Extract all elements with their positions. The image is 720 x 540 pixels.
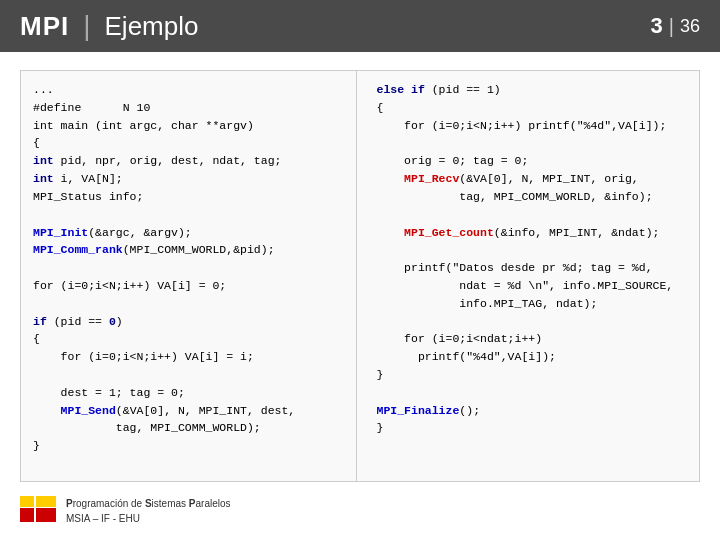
header-subtitle: Ejemplo [105, 11, 199, 42]
header: MPI | Ejemplo 3 | 36 [0, 0, 720, 52]
footer: Programación de Sistemas Paralelos MSIA … [20, 488, 700, 530]
slide-total: 36 [680, 16, 700, 37]
slide-current: 3 [651, 13, 663, 39]
header-divider: | [83, 10, 90, 42]
footer-logo [20, 496, 56, 526]
code-panel-right: else if (pid == 1) { for (i=0;i<N;i++) p… [365, 71, 700, 481]
footer-line1: Programación de Sistemas Paralelos [66, 496, 231, 511]
code-area: ... #define N 10 int main (int argc, cha… [20, 70, 700, 482]
footer-line2: MSIA – IF - EHU [66, 511, 231, 526]
slide-counter: 3 | 36 [651, 13, 700, 39]
svg-rect-2 [36, 508, 56, 522]
main-content: ... #define N 10 int main (int argc, cha… [0, 52, 720, 540]
code-panel-left: ... #define N 10 int main (int argc, cha… [21, 71, 357, 481]
footer-text-block: Programación de Sistemas Paralelos MSIA … [66, 496, 231, 526]
header-title: MPI [20, 11, 69, 42]
svg-rect-1 [20, 496, 34, 507]
svg-rect-0 [20, 508, 34, 522]
svg-rect-3 [36, 496, 56, 507]
